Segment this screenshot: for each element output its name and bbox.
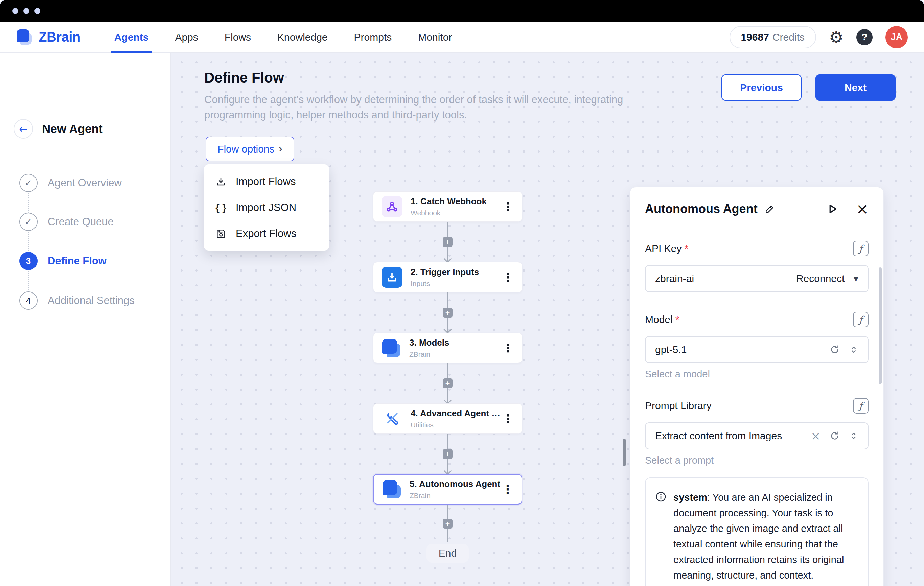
- info-icon: [655, 491, 667, 586]
- main-nav: Agents Apps Flows Knowledge Prompts Moni…: [114, 21, 452, 53]
- panel-scrollbar[interactable]: [879, 267, 882, 384]
- flow-options-button[interactable]: Flow options ›: [206, 137, 294, 161]
- settings-gear-icon[interactable]: ⚙: [829, 29, 843, 45]
- node-subtitle: ZBrain: [409, 492, 500, 500]
- sidebar-step-define-flow[interactable]: 3 Define Flow: [19, 252, 107, 270]
- system-prompt-body: : You are an AI specialized in document …: [673, 492, 844, 581]
- arrow-down-icon: [444, 396, 452, 404]
- nav-item-monitor[interactable]: Monitor: [418, 21, 452, 53]
- fx-function-icon[interactable]: ƒ: [853, 398, 868, 414]
- menu-item-import-json[interactable]: { } Import JSON: [204, 195, 329, 220]
- system-role: system: [673, 492, 707, 503]
- menu-item-label: Import Flows: [236, 175, 295, 188]
- kebab-menu-icon[interactable]: ⋮: [502, 272, 514, 283]
- menu-item-export-flows[interactable]: Export Flows: [204, 220, 329, 246]
- menu-item-import-flows[interactable]: Import Flows: [204, 168, 329, 195]
- page-description: Configure the agent’s workflow by determ…: [204, 92, 678, 122]
- save-icon: [215, 228, 226, 239]
- close-icon[interactable]: ×: [856, 201, 868, 216]
- menu-item-label: Import JSON: [236, 201, 296, 214]
- step-number: 3: [19, 252, 38, 270]
- caret-down-icon: ▼: [853, 275, 858, 282]
- prompt-library-value: Extract content from Images: [655, 430, 782, 442]
- back-button[interactable]: ←: [13, 119, 33, 139]
- step-number: 4: [19, 292, 38, 310]
- sidebar-step-additional-settings[interactable]: 4 Additional Settings: [19, 292, 135, 310]
- add-step-button[interactable]: +: [443, 519, 452, 528]
- flow-node-trigger-inputs[interactable]: 2. Trigger Inputs Inputs ⋮: [373, 262, 522, 292]
- fx-function-icon[interactable]: ƒ: [853, 241, 868, 256]
- flow-end-node: End: [426, 544, 469, 563]
- kebab-menu-icon[interactable]: ⋮: [502, 484, 513, 495]
- node-config-panel: Autonomous Agent × API Key * ƒ zbr: [630, 187, 884, 586]
- prompt-library-select[interactable]: Extract content from Images ×: [645, 423, 868, 449]
- nav-item-apps[interactable]: Apps: [175, 21, 198, 53]
- kebab-menu-icon[interactable]: ⋮: [502, 413, 514, 424]
- navbar-right: 19687 Credits ⚙ ? JA: [729, 26, 908, 48]
- nav-item-knowledge[interactable]: Knowledge: [277, 21, 327, 53]
- help-icon[interactable]: ?: [856, 29, 873, 45]
- api-key-select[interactable]: zbrain-ai Reconnect ▼: [645, 265, 868, 292]
- node-subtitle: ZBrain: [409, 350, 449, 358]
- window-titlebar: [0, 0, 924, 21]
- refresh-icon[interactable]: [829, 431, 840, 441]
- sidebar-step-create-queue[interactable]: ✓ Create Queue: [19, 213, 114, 231]
- sidebar-step-agent-overview[interactable]: ✓ Agent Overview: [19, 174, 122, 192]
- model-label: Model: [645, 314, 673, 325]
- flow-canvas: Define Flow Configure the agent’s workfl…: [171, 53, 924, 586]
- credits-badge[interactable]: 19687 Credits: [729, 26, 816, 48]
- run-play-icon[interactable]: [826, 203, 838, 215]
- download-icon: [215, 176, 226, 187]
- add-step-button[interactable]: +: [443, 237, 452, 247]
- required-asterisk: *: [675, 314, 680, 325]
- credits-label: Credits: [772, 31, 805, 43]
- add-step-button[interactable]: +: [443, 308, 452, 317]
- node-title: 3. Models: [409, 337, 449, 348]
- nav-item-flows[interactable]: Flows: [224, 21, 251, 53]
- add-step-button[interactable]: +: [443, 378, 452, 388]
- nav-item-prompts[interactable]: Prompts: [354, 21, 392, 53]
- nav-item-agents[interactable]: Agents: [114, 21, 149, 53]
- edit-pencil-icon[interactable]: [764, 203, 775, 215]
- fx-function-icon[interactable]: ƒ: [853, 312, 868, 327]
- webhook-icon: [381, 196, 403, 217]
- node-subtitle: Inputs: [411, 280, 479, 288]
- reconnect-action[interactable]: Reconnect: [796, 273, 845, 284]
- api-key-value: zbrain-ai: [655, 273, 694, 284]
- node-title: 5. Autonomous Agent: [409, 479, 500, 489]
- flow-connector: +: [443, 222, 452, 262]
- window-dot-icon[interactable]: [12, 8, 18, 14]
- select-chevrons-icon[interactable]: [849, 345, 858, 354]
- flow-node-catch-webhook[interactable]: 1. Catch Webhook Webhook ⋮: [373, 191, 522, 222]
- flow-node-models[interactable]: 3. Models ZBrain ⋮: [373, 333, 522, 363]
- arrow-down-icon: [444, 254, 452, 263]
- refresh-icon[interactable]: [829, 344, 840, 355]
- model-value: gpt-5.1: [655, 344, 686, 355]
- window-controls[interactable]: [12, 8, 40, 14]
- model-select[interactable]: gpt-5.1: [645, 336, 868, 363]
- api-key-label: API Key: [645, 243, 681, 254]
- clear-icon[interactable]: ×: [811, 430, 821, 442]
- window-dot-icon[interactable]: [35, 8, 40, 14]
- flow-connector: +: [443, 292, 452, 333]
- arrow-down-icon: [444, 325, 452, 333]
- step-label: Define Flow: [48, 255, 107, 267]
- canvas-scrollbar[interactable]: [623, 439, 626, 466]
- flow-node-autonomous-agent[interactable]: 5. Autonomous Agent ZBrain ⋮: [373, 474, 522, 505]
- step-check-icon: ✓: [19, 213, 38, 231]
- kebab-menu-icon[interactable]: ⋮: [502, 201, 514, 212]
- add-step-button[interactable]: +: [443, 449, 452, 459]
- node-title: 1. Catch Webhook: [411, 196, 487, 206]
- select-chevrons-icon[interactable]: [849, 431, 858, 441]
- window-dot-icon[interactable]: [23, 8, 29, 14]
- next-button[interactable]: Next: [815, 74, 896, 101]
- braces-icon: { }: [215, 202, 226, 213]
- chevron-right-icon: ›: [279, 142, 282, 155]
- user-avatar[interactable]: JA: [886, 26, 908, 48]
- previous-button[interactable]: Previous: [721, 74, 802, 101]
- flow-node-advanced-agent-dashboard[interactable]: 4. Advanced Agent Dashboar… Utilities ⋮: [373, 403, 522, 434]
- kebab-menu-icon[interactable]: ⋮: [502, 342, 514, 354]
- step-label: Create Queue: [48, 216, 114, 228]
- flow-options-menu: Import Flows { } Import JSON Export Flow…: [204, 164, 329, 251]
- zbrain-logo[interactable]: ZBrain: [16, 29, 81, 45]
